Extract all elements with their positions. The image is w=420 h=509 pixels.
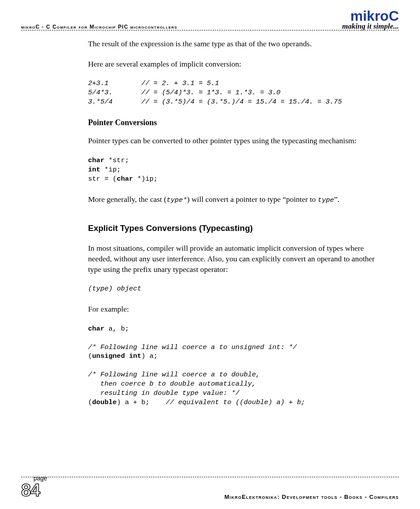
code-block: char *str; int *ip; str = (char *)ip; bbox=[88, 156, 380, 184]
header-divider bbox=[21, 30, 399, 30]
code-keyword: int bbox=[88, 166, 100, 174]
code-keyword: double bbox=[92, 398, 117, 406]
code-text: a, b; bbox=[104, 325, 129, 333]
code-text: ( bbox=[88, 398, 92, 406]
code-text: ) a + b; bbox=[117, 398, 166, 406]
paragraph: More generally, the cast (type*) will co… bbox=[88, 194, 380, 205]
inline-code: type* bbox=[166, 196, 187, 204]
code-keyword: char bbox=[88, 156, 104, 164]
inline-code: type bbox=[318, 196, 334, 204]
text-run: ”. bbox=[334, 195, 339, 204]
paragraph: Pointer types can be converted to other … bbox=[88, 136, 380, 146]
section-heading: Explicit Types Conversions (Typecasting) bbox=[88, 223, 380, 234]
code-text: *ip; bbox=[100, 166, 121, 174]
code-text: ) bbox=[109, 285, 117, 293]
code-comment: // equivalent to ((double) a) + b; bbox=[166, 398, 305, 406]
brand-logo: mikroC bbox=[342, 9, 399, 23]
code-text: *)ip; bbox=[133, 175, 158, 183]
paragraph: Here are several examples of implicit co… bbox=[88, 59, 380, 70]
code-text: type bbox=[92, 285, 108, 293]
page-label: page bbox=[33, 475, 47, 482]
code-keyword: unsigned int bbox=[92, 352, 141, 360]
code-text: ) a; bbox=[141, 352, 158, 360]
code-comment: /* Following line will coerce a to unsig… bbox=[88, 343, 297, 351]
code-text: ( bbox=[88, 352, 92, 360]
brand-tagline: making it simple... bbox=[342, 22, 399, 31]
code-block: 2+3.1 // = 2. + 3.1 = 5.1 5/4*3. // = (5… bbox=[88, 79, 380, 107]
code-block: (type) object bbox=[88, 284, 380, 294]
running-footer-right: MikroElektronika: Development tools - Bo… bbox=[225, 494, 399, 500]
subsection-heading: Pointer Conversions bbox=[88, 117, 380, 128]
code-keyword: char bbox=[88, 325, 104, 333]
code-comment: /* Following line will coerce a to doubl… bbox=[88, 371, 260, 397]
footer-divider bbox=[21, 477, 399, 477]
page-number: 84 bbox=[21, 480, 40, 500]
code-text: str = ( bbox=[88, 175, 117, 183]
page-content: The result of the expression is the same… bbox=[88, 39, 380, 418]
code-text: ( bbox=[88, 285, 92, 293]
paragraph: The result of the expression is the same… bbox=[88, 39, 380, 49]
code-keyword: char bbox=[117, 175, 133, 183]
text-run: More generally, the cast ( bbox=[88, 195, 166, 204]
code-text: object bbox=[117, 285, 141, 293]
code-text: *str; bbox=[104, 156, 129, 164]
paragraph: For example: bbox=[88, 304, 380, 315]
text-run: ) will convert a pointer to type “pointe… bbox=[187, 195, 318, 204]
paragraph: In most situations, compiler will provid… bbox=[88, 243, 380, 275]
code-block: char a, b; /* Following line will coerce… bbox=[88, 324, 380, 407]
